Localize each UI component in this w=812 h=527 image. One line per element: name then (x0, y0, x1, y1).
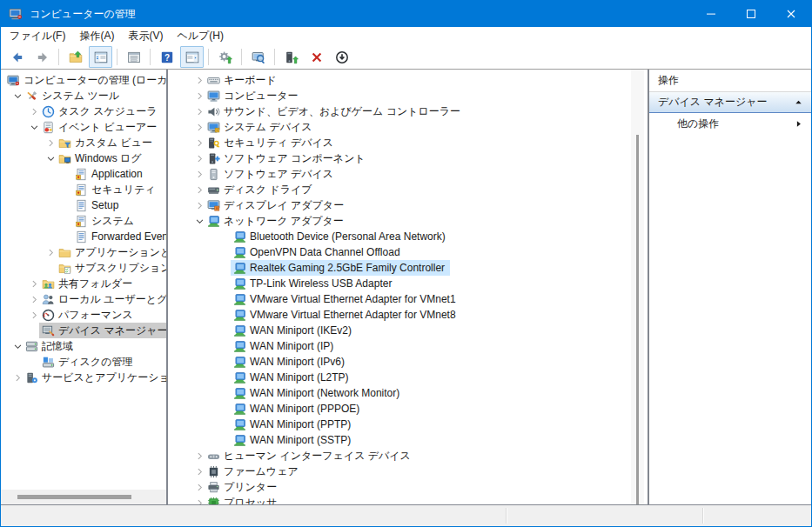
tree-item[interactable]: ディスクの管理 (1, 354, 166, 370)
scrollbar-thumb[interactable] (636, 135, 639, 504)
tree-item[interactable]: システム ツール (1, 88, 166, 103)
tree-item[interactable]: ソフトウェア コンポーネント (168, 150, 648, 166)
show-action-pane-button[interactable] (180, 46, 204, 68)
tree-item-label: システム (91, 214, 136, 229)
tree-item[interactable]: ディスク ドライブ (168, 182, 648, 197)
computer-icon (206, 89, 220, 103)
tree-item-label: セキュリティ デバイス (224, 136, 335, 150)
tree-item[interactable]: キーボード (168, 72, 648, 88)
tree-item-label: サブスクリプション (75, 261, 168, 276)
tree-item[interactable]: アプリケーションとサービ (1, 244, 166, 260)
folder-monitor-icon (57, 151, 71, 165)
tree-item[interactable]: WAN Miniport (PPPOE) (168, 401, 648, 417)
tree-item[interactable]: WAN Miniport (IP) (168, 338, 648, 354)
up-level-button[interactable] (64, 46, 87, 68)
tree-item[interactable]: WAN Miniport (IKEv2) (168, 323, 648, 338)
tree-item-label: VMware Virtual Ethernet Adapter for VMne… (250, 293, 458, 305)
update-driver-button[interactable] (279, 46, 303, 68)
more-actions-item[interactable]: 他の操作 (649, 113, 811, 135)
scrollbar-thumb[interactable] (17, 495, 131, 499)
tree-item-label: 記憶域 (42, 339, 75, 354)
tree-item[interactable]: システム デバイス (168, 119, 648, 135)
tree-item[interactable]: ヒューマン インターフェイス デバイス (168, 448, 648, 464)
show-console-tree-button[interactable] (89, 46, 112, 68)
tree-item[interactable]: 共有フォルダー (1, 276, 166, 291)
firmware-icon (206, 464, 220, 478)
tree-item-label: システム デバイス (224, 120, 314, 135)
tree-item[interactable]: VMware Virtual Ethernet Adapter for VMne… (168, 291, 648, 307)
maximize-button[interactable] (731, 1, 771, 27)
tree-item-label: ファームウェア (224, 464, 300, 479)
tree-item[interactable]: Application (1, 166, 166, 182)
tree-item-label: アプリケーションとサービ (75, 245, 168, 260)
close-button[interactable] (771, 1, 811, 27)
search-computers-button[interactable] (246, 46, 270, 68)
tree-item[interactable]: コンピューターの管理 (ローカル) (1, 72, 166, 88)
tree-item[interactable]: パフォーマンス (1, 307, 166, 323)
tree-item[interactable]: ローカル ユーザーとグループ (1, 291, 166, 307)
tree-item[interactable]: Forwarded Event (1, 229, 166, 244)
tree-item[interactable]: ファームウェア (168, 464, 648, 479)
tree-item[interactable]: ソフトウェア デバイス (168, 166, 648, 182)
toolbar-separator (241, 49, 242, 65)
hid-icon (206, 449, 220, 463)
help-button[interactable]: ? (155, 46, 178, 68)
tree-item-label: カスタム ビュー (75, 136, 154, 150)
tree-item[interactable]: ネットワーク アダプター (168, 213, 648, 229)
menu-item-help[interactable]: ヘルプ(H) (170, 27, 231, 45)
tree-item[interactable]: 記憶域 (1, 338, 166, 354)
chevron-up-icon[interactable] (793, 97, 804, 108)
tree-item-label: TP-Link Wireless USB Adapter (250, 277, 393, 290)
tree-item[interactable]: OpenVPN Data Channel Offload (168, 244, 648, 260)
tree-item[interactable]: WAN Miniport (Network Monitor) (168, 385, 648, 401)
tree-item[interactable]: サービスとアプリケーション (1, 370, 166, 385)
tree-item[interactable]: WAN Miniport (IPv6) (168, 354, 648, 370)
tree-item[interactable]: WAN Miniport (SSTP) (168, 432, 648, 448)
tree-item-label: Windows ログ (75, 151, 144, 166)
tree-item[interactable]: Setup (1, 197, 166, 213)
tree-item[interactable]: WAN Miniport (PPTP) (168, 417, 648, 432)
device-tree-pane: キーボードコンピューターサウンド、ビデオ、およびゲーム コントローラーシステム … (168, 70, 649, 504)
uninstall-device-button[interactable] (305, 46, 328, 68)
tree-item[interactable]: サブスクリプション (1, 260, 166, 276)
titlebar[interactable]: コンピューターの管理 (1, 1, 811, 27)
forward-button[interactable] (30, 46, 54, 68)
tree-item[interactable]: セキュリティ (1, 182, 166, 197)
keyboard-icon (206, 73, 220, 87)
tree-item[interactable]: VMware Virtual Ethernet Adapter for VMne… (168, 307, 648, 323)
status-divider (506, 508, 507, 524)
tree-item[interactable]: プロセッサ (168, 495, 648, 504)
properties-button[interactable] (122, 46, 145, 68)
disable-device-button[interactable] (330, 46, 353, 68)
tree-item-label: WAN Miniport (IP) (250, 340, 335, 352)
tree-item[interactable]: Realtek Gaming 2.5GbE Family Controller (168, 260, 648, 276)
tree-item-label: VMware Virtual Ethernet Adapter for VMne… (250, 309, 458, 321)
back-button[interactable] (5, 46, 29, 68)
tree-item-label: サウンド、ビデオ、およびゲーム コントローラー (224, 104, 462, 119)
tree-item[interactable]: カスタム ビュー (1, 135, 166, 150)
tree-item[interactable]: Bluetooth Device (Personal Area Network) (168, 229, 648, 244)
tree-item[interactable]: Windows ログ (1, 150, 166, 166)
tree-item[interactable]: サウンド、ビデオ、およびゲーム コントローラー (168, 103, 648, 119)
menu-item-view[interactable]: 表示(V) (121, 27, 170, 45)
tree-item[interactable]: イベント ビューアー (1, 119, 166, 135)
tree-item[interactable]: コンピューター (168, 88, 648, 103)
menu-item-file[interactable]: ファイル(F) (3, 27, 72, 45)
scan-hardware-changes-button[interactable] (213, 46, 237, 68)
minimize-button[interactable] (691, 1, 731, 27)
tree-item[interactable]: セキュリティ デバイス (168, 135, 648, 150)
tree-item[interactable]: デバイス マネージャー (1, 323, 166, 338)
tree-item[interactable]: システム (1, 213, 166, 229)
vertical-scrollbar[interactable] (631, 70, 644, 504)
printers-icon (206, 480, 220, 494)
tree-item[interactable]: タスク スケジューラ (1, 103, 166, 119)
tree-item[interactable]: TP-Link Wireless USB Adapter (168, 276, 648, 291)
horizontal-scrollbar[interactable] (1, 490, 166, 504)
toolbar-separator (58, 49, 59, 65)
scan-hardware-icon (218, 50, 232, 64)
actions-section-header[interactable]: デバイス マネージャー (649, 92, 811, 113)
menu-item-action[interactable]: 操作(A) (72, 27, 121, 45)
tree-item[interactable]: ディスプレイ アダプター (168, 197, 648, 213)
tree-item[interactable]: WAN Miniport (L2TP) (168, 370, 648, 385)
tree-item[interactable]: プリンター (168, 479, 648, 495)
